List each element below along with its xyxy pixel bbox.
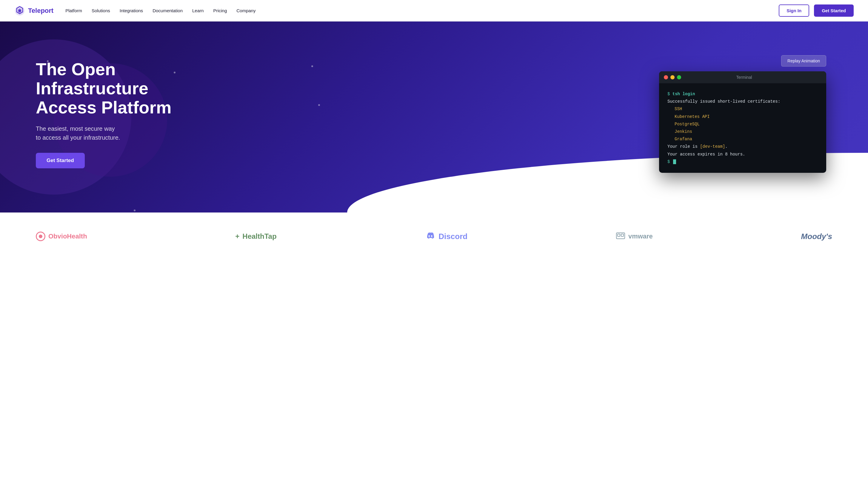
svg-point-1 — [19, 10, 21, 12]
obviohealth-icon — [36, 232, 45, 241]
nav-item-documentation[interactable]: Documentation — [153, 8, 183, 13]
hero-text-block: The Open Infrastructure Access Platform … — [36, 60, 179, 168]
nav-item-integrations[interactable]: Integrations — [120, 8, 143, 13]
hero-section: The Open Infrastructure Access Platform … — [0, 21, 868, 212]
nav-links: Platform Solutions Integrations Document… — [65, 8, 256, 13]
hero-getstarted-button[interactable]: Get Started — [36, 153, 85, 168]
discord-text: Discord — [438, 232, 467, 241]
navbar: Teleport Platform Solutions Integrations… — [0, 0, 868, 21]
getstarted-nav-button[interactable]: Get Started — [814, 4, 854, 17]
terminal-service-ssh: SSH — [668, 105, 818, 113]
terminal-service-postgres: PostgreSQL — [668, 121, 818, 128]
healthtap-text: HealthTap — [242, 232, 276, 241]
hero-content: The Open Infrastructure Access Platform … — [0, 37, 868, 197]
terminal-service-jenkins: Jenkins — [668, 128, 818, 136]
terminal-window: Terminal $ tsh login Successfully issued… — [659, 71, 826, 173]
vmware-text: vmware — [628, 232, 653, 240]
nav-item-company[interactable]: Company — [236, 8, 256, 13]
hero-subtitle: The easiest, most secure wayto access al… — [36, 124, 179, 142]
vmware-icon — [616, 231, 625, 242]
hero-terminal-wrapper: Replay Animation Terminal $ tsh login Su — [203, 55, 826, 173]
hero-title: The Open Infrastructure Access Platform — [36, 60, 179, 117]
terminal-line-role: Your role is [dev-team]. — [668, 143, 818, 150]
terminal-close-dot — [664, 75, 668, 80]
logo-text: Teleport — [28, 7, 53, 14]
nav-item-solutions[interactable]: Solutions — [92, 8, 110, 13]
logos-section: ObvioHealth + HealthTap Discord vmware M… — [0, 212, 868, 260]
logo-obviohealth: ObvioHealth — [36, 232, 87, 241]
terminal-line-command: $ tsh login — [668, 91, 818, 98]
discord-icon — [425, 230, 435, 242]
terminal-body: $ tsh login Successfully issued short-li… — [659, 83, 826, 173]
terminal-maximize-dot — [677, 75, 681, 80]
nav-item-pricing[interactable]: Pricing — [213, 8, 227, 13]
obviohealth-text: ObvioHealth — [48, 232, 87, 240]
terminal-dollar2: $ — [668, 159, 672, 164]
terminal-line-prompt2: $ — [668, 158, 818, 166]
terminal-service-k8s: Kubernetes API — [668, 113, 818, 121]
obviohealth-inner — [39, 234, 42, 238]
terminal-role-value: [dev-team] — [700, 144, 725, 149]
terminal-cursor — [673, 159, 676, 164]
logo-vmware: vmware — [616, 231, 653, 242]
logo[interactable]: Teleport — [14, 6, 53, 16]
replay-animation-button[interactable]: Replay Animation — [781, 55, 826, 66]
terminal-dollar: $ — [668, 92, 672, 96]
signin-button[interactable]: Sign In — [779, 4, 809, 17]
navbar-left: Teleport Platform Solutions Integrations… — [14, 6, 256, 16]
moodys-text: Moody's — [801, 232, 832, 241]
terminal-traffic-lights — [664, 75, 681, 80]
nav-item-learn[interactable]: Learn — [192, 8, 204, 13]
terminal-line-issued: Successfully issued short-lived certific… — [668, 98, 818, 105]
navbar-right: Sign In Get Started — [779, 4, 854, 17]
healthtap-plus-icon: + — [235, 232, 239, 241]
logo-healthtap: + HealthTap — [235, 232, 276, 241]
terminal-command-text: tsh login — [672, 92, 695, 96]
nav-item-platform[interactable]: Platform — [65, 8, 82, 13]
logo-discord: Discord — [425, 230, 467, 242]
logo-moodys: Moody's — [801, 232, 832, 241]
dot5 — [134, 210, 135, 211]
terminal-line-expiry: Your access expires in 8 hours. — [668, 151, 818, 158]
svg-rect-4 — [621, 234, 623, 237]
terminal-service-grafana: Grafana — [668, 136, 818, 143]
terminal-header: Terminal — [659, 71, 826, 83]
logo-icon — [14, 6, 25, 16]
terminal-minimize-dot — [670, 75, 674, 80]
svg-rect-3 — [618, 234, 620, 237]
terminal-title: Terminal — [736, 75, 752, 80]
